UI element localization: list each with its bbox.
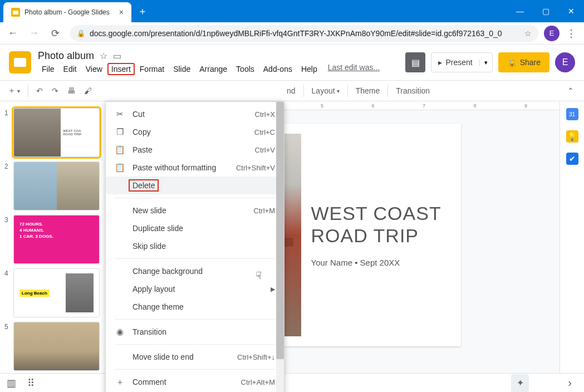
toolbar: ＋ ▾ ↶ ↷ 🖶 🖌 nd Layout▾ Theme Transition …	[0, 80, 584, 101]
slides-favicon	[11, 8, 20, 17]
document-title[interactable]: Photo album	[38, 50, 94, 62]
window-titlebar: Photo album - Google Slides × ＋ — ▢ ✕	[0, 0, 584, 22]
side-panel: 31 💡 ✔	[560, 101, 584, 373]
slide-number: 4	[4, 268, 10, 317]
slide-thumbnail-4[interactable]: Long Beach	[13, 268, 100, 317]
filmstrip[interactable]: 1 WEST COAROAD TRIP 2 3 72 HOURS. 4 HUMA…	[0, 101, 106, 373]
last-edit-link[interactable]: Last edit was...	[328, 63, 380, 75]
slide-thumbnail-5[interactable]	[13, 322, 100, 371]
back-button[interactable]: ←	[3, 24, 22, 43]
lock-icon: 🔒	[507, 58, 517, 67]
undo-button[interactable]: ↶	[33, 84, 46, 97]
slide-thumbnail-1[interactable]: WEST COAROAD TRIP	[13, 108, 100, 157]
ctx-copy[interactable]: ❐CopyCtrl+C	[106, 123, 284, 141]
ctx-paste[interactable]: 📋PasteCtrl+V	[106, 141, 284, 159]
star-icon[interactable]: ☆	[100, 51, 107, 61]
keep-icon[interactable]: 💡	[566, 130, 578, 143]
menu-addons[interactable]: Add-ons	[259, 63, 296, 75]
slides-app-icon[interactable]	[9, 51, 31, 74]
account-avatar[interactable]: E	[555, 52, 575, 72]
maximize-button[interactable]: ▢	[533, 0, 558, 22]
scrollbar-thumb[interactable]	[276, 102, 284, 359]
context-menu: ✂CutCtrl+X❐CopyCtrl+C📋PasteCtrl+V📋Paste …	[105, 101, 284, 392]
show-side-panel-button[interactable]: ›	[568, 376, 572, 389]
menu-edit[interactable]: Edit	[60, 63, 81, 75]
ctx-icon: ✂	[115, 109, 125, 119]
ctx-icon: ❐	[115, 127, 125, 137]
forward-button[interactable]: →	[24, 24, 43, 43]
ctx-icon: 📋	[115, 145, 125, 155]
ctx-change-theme[interactable]: Change theme	[106, 298, 284, 316]
ctx-paste-without-formatting[interactable]: 📋Paste without formattingCtrl+Shift+V	[106, 159, 284, 177]
bottom-bar: ▥ ⠿ ✦ ›	[0, 373, 584, 392]
profile-avatar[interactable]: E	[544, 26, 560, 41]
menu-help[interactable]: Help	[297, 63, 321, 75]
share-button[interactable]: 🔒Share	[498, 52, 549, 72]
filmstrip-view-button[interactable]: ▥	[7, 377, 16, 389]
browser-tab[interactable]: Photo album - Google Slides ×	[3, 2, 131, 22]
transition-button[interactable]: Transition	[392, 84, 433, 97]
close-window-button[interactable]: ✕	[558, 0, 584, 22]
reload-button[interactable]: ⟳	[46, 24, 65, 43]
ctx-change-background[interactable]: Change background	[106, 262, 284, 280]
scrollbar-track[interactable]	[276, 102, 284, 392]
close-tab-icon[interactable]: ×	[119, 8, 124, 17]
present-dropdown[interactable]: ▾	[479, 59, 492, 66]
slide-number: 2	[4, 161, 10, 210]
minimize-button[interactable]: —	[507, 0, 533, 22]
menu-view[interactable]: View	[82, 63, 106, 75]
explore-button[interactable]: ✦	[511, 374, 529, 392]
menu-tools[interactable]: Tools	[232, 63, 258, 75]
grid-view-button[interactable]: ⠿	[27, 377, 35, 389]
slide-title: WEST COAST ROAD TRIP	[311, 203, 451, 246]
submenu-arrow-icon: ▶	[271, 286, 275, 293]
ctx-cut[interactable]: ✂CutCtrl+X	[106, 105, 284, 123]
new-slide-button[interactable]: ＋ ▾	[4, 84, 23, 98]
slide-number: 3	[4, 215, 10, 264]
url-input[interactable]: 🔒 docs.google.com/presentation/d/1np6wey…	[70, 25, 538, 42]
browser-menu-button[interactable]: ⋮	[562, 27, 581, 40]
menu-slide[interactable]: Slide	[169, 63, 194, 75]
ctx-transition[interactable]: ◉Transition	[106, 323, 284, 341]
lock-icon: 🔒	[77, 30, 85, 37]
bookmark-icon[interactable]: ☆	[524, 29, 532, 38]
slide-number: 5	[4, 322, 10, 371]
ctx-duplicate-slide[interactable]: Duplicate slide	[106, 219, 284, 237]
comments-button[interactable]: ▤	[405, 52, 425, 72]
collapse-toolbar-button[interactable]: ⌃	[562, 84, 580, 97]
slide-thumbnail-2[interactable]	[13, 161, 100, 210]
ctx-delete[interactable]: Delete	[106, 177, 284, 194]
redo-button[interactable]: ↷	[48, 84, 62, 97]
ctx-move-slide-to-end[interactable]: Move slide to endCtrl+Shift+↓	[106, 348, 284, 366]
slide-subtitle: Your Name • Sept 20XX	[311, 258, 451, 267]
menu-format[interactable]: Format	[136, 63, 168, 75]
menu-insert[interactable]: Insert	[107, 63, 135, 75]
ctx-comment[interactable]: ＋CommentCtrl+Alt+M	[106, 373, 284, 391]
menu-bar: File Edit View Insert Format Slide Arran…	[38, 63, 380, 75]
ctx-apply-layout[interactable]: Apply layout▶	[106, 280, 284, 298]
ctx-icon: ＋	[115, 377, 125, 388]
present-button[interactable]: ▸Present ▾	[431, 52, 492, 72]
slide-text-area[interactable]: WEST COAST ROAD TRIP Your Name • Sept 20…	[311, 134, 451, 336]
new-tab-button[interactable]: ＋	[135, 3, 150, 19]
ctx-new-slide[interactable]: New slideCtrl+M	[106, 202, 284, 219]
ctx-skip-slide[interactable]: Skip slide	[106, 237, 284, 255]
print-button[interactable]: 🖶	[64, 84, 78, 97]
tab-title: Photo album - Google Slides	[24, 8, 110, 16]
window-controls: — ▢ ✕	[507, 0, 584, 22]
tasks-icon[interactable]: ✔	[566, 153, 578, 165]
ctx-icon: 📋	[115, 163, 125, 173]
background-button[interactable]: nd	[283, 84, 299, 97]
play-icon: ▸	[438, 58, 442, 67]
slide-number: 1	[4, 108, 10, 157]
docs-header: Photo album ☆ ▭ File Edit View Insert Fo…	[0, 45, 584, 80]
slide-thumbnail-3[interactable]: 72 HOURS. 4 HUMANS. 1 CAR. 3 DOGS.	[13, 215, 100, 264]
menu-file[interactable]: File	[38, 63, 58, 75]
calendar-icon[interactable]: 31	[566, 108, 578, 120]
theme-button[interactable]: Theme	[352, 84, 384, 97]
paint-format-button[interactable]: 🖌	[81, 84, 95, 97]
layout-button[interactable]: Layout▾	[308, 84, 343, 97]
main-area: 1 WEST COAROAD TRIP 2 3 72 HOURS. 4 HUMA…	[0, 101, 584, 373]
menu-arrange[interactable]: Arrange	[195, 63, 231, 75]
move-icon[interactable]: ▭	[113, 51, 121, 61]
